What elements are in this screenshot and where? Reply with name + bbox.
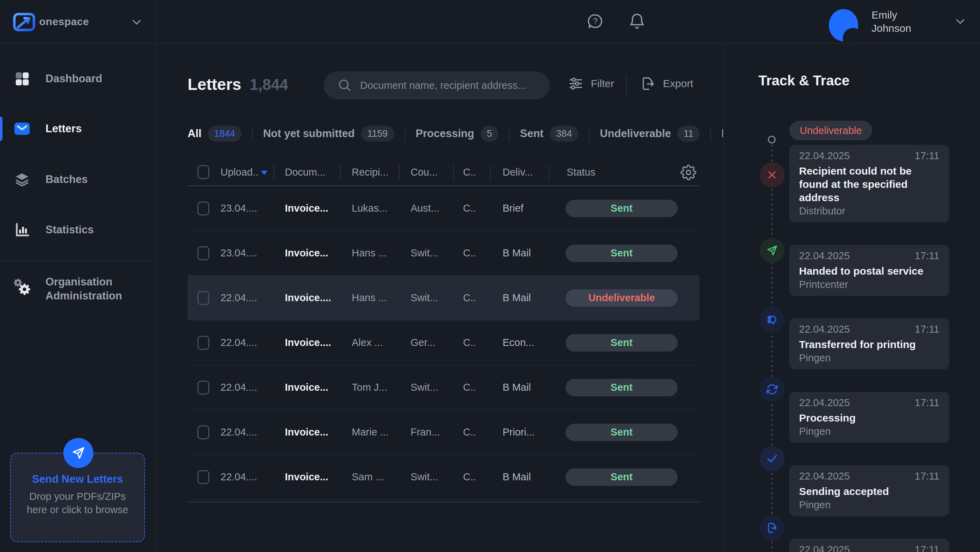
event-source: Pingen [799, 352, 939, 364]
table-row[interactable]: 22.04.... Invoice.... Alex ... Ger... C.… [188, 320, 699, 365]
batches-icon [13, 171, 31, 188]
status-badge: Sent [566, 244, 678, 262]
tab-processing[interactable]: Processing 5 [416, 125, 498, 142]
timeline-card: 22.04.2025 17:11 Recipient could not be … [789, 145, 949, 222]
toolbar-divider [626, 75, 627, 96]
sidebar-item-label: Letters [46, 122, 81, 136]
table-row[interactable]: 23.04.... Invoice... Lukas... Aust... C.… [188, 186, 699, 231]
cell-c: C.. [453, 471, 490, 483]
status-badge: Sent [566, 379, 678, 397]
cell-country: Swit... [399, 382, 453, 393]
column-header-country[interactable]: Cou... [399, 167, 453, 178]
timeline-card: 22.04.2025 17:11 Sending accepted Pingen [789, 465, 949, 516]
avatar[interactable] [829, 9, 858, 41]
search-bar[interactable] [324, 71, 550, 99]
cell-c: C.. [453, 427, 490, 438]
event-title: Recipient could not be found at the spec… [799, 164, 939, 204]
event-date: 22.04.2025 [799, 397, 850, 409]
table-row[interactable]: 23.04.... Invoice... Hans ... Swit... C.… [188, 231, 699, 276]
column-header-delivery[interactable]: Deliv... [490, 167, 549, 178]
row-checkbox[interactable] [197, 336, 209, 350]
filter-button[interactable]: Filter [568, 76, 614, 92]
export-button[interactable]: Export [640, 76, 694, 92]
column-header-document[interactable]: Docum... [274, 167, 340, 178]
org-switcher[interactable]: onespace [0, 0, 156, 43]
row-checkbox[interactable] [197, 246, 209, 260]
column-header-upload[interactable]: Upload.. [219, 167, 274, 178]
cell-delivery: B Mail [490, 471, 549, 483]
cell-country: Fran... [399, 427, 453, 438]
status-tabs: All 1844 Not yet submitted 1159 Processi… [188, 123, 723, 144]
sidebar-item-batches[interactable]: Batches [0, 162, 156, 197]
cell-c: C.. [453, 247, 490, 259]
notifications-button[interactable] [628, 13, 646, 30]
tab-label: Sent [520, 127, 544, 140]
table-row[interactable]: 22.04.... Invoice... Sam ... Swit... C..… [188, 455, 699, 500]
cell-delivery: B Mail [490, 292, 549, 304]
column-divider [399, 165, 400, 180]
cell-recipient: Tom J... [340, 382, 399, 393]
tab-all[interactable]: All 1844 [188, 125, 242, 142]
cell-document: Invoice.... [274, 292, 340, 304]
event-date: 22.04.2025 [799, 470, 850, 482]
cell-document: Invoice.... [274, 337, 340, 348]
cell-c: C.. [453, 337, 490, 348]
chevron-down-icon[interactable] [132, 16, 141, 24]
status-badge: Undeliverable [566, 289, 678, 307]
table-end-line [188, 500, 699, 502]
row-checkbox[interactable] [197, 470, 209, 484]
svg-text:?: ? [593, 16, 597, 26]
row-checkbox[interactable] [197, 425, 209, 439]
user-name: Emily Johnson [872, 8, 921, 35]
row-checkbox[interactable] [197, 201, 209, 216]
cell-recipient: Sam ... [340, 471, 399, 483]
upload-dropzone[interactable]: Send New Letters Drop your PDFs/ZIPs her… [10, 453, 145, 542]
event-date: 22.04.2025 [799, 544, 850, 552]
cell-document: Invoice... [274, 427, 340, 438]
table-settings-gear-icon[interactable] [680, 164, 697, 183]
cell-recipient: Alex ... [340, 337, 399, 348]
row-checkbox[interactable] [197, 291, 209, 305]
tab-count-badge: 384 [550, 125, 578, 142]
tab-sent[interactable]: Sent 384 [520, 125, 578, 142]
sidebar-item-letters[interactable]: Letters [0, 111, 156, 146]
column-divider [274, 165, 274, 180]
sidebar-item-statistics[interactable]: Statistics [0, 213, 156, 247]
column-header-recipient[interactable]: Recipi... [340, 167, 399, 178]
cell-upload-date: 22.04.... [219, 337, 274, 348]
timeline-events: 22.04.2025 17:11 Recipient could not be … [789, 145, 949, 552]
status-badge: Sent [566, 424, 678, 441]
event-time: 17:11 [915, 544, 939, 552]
row-checkbox[interactable] [197, 381, 209, 395]
sidebar-item-dashboard[interactable]: Dashboard [0, 61, 156, 96]
cell-upload-date: 22.04.... [219, 471, 274, 483]
cell-delivery: Brief [490, 203, 549, 214]
sort-descending-icon[interactable] [261, 171, 267, 175]
cell-country: Ger... [399, 337, 453, 348]
event-time: 17:11 [915, 150, 939, 162]
table-row[interactable]: 22.04.... Invoice... Tom J... Swit... C.… [188, 365, 699, 410]
column-divider [490, 165, 491, 180]
help-button[interactable]: ? [587, 13, 604, 30]
cell-recipient: Lukas... [340, 203, 399, 214]
table-row[interactable]: 22.04.... Invoice... Marie ... Fran... C… [188, 410, 699, 455]
status-badge: Sent [566, 200, 678, 217]
refresh-icon [759, 377, 785, 402]
filter-icon [568, 76, 584, 92]
tab-undeliverable[interactable]: Undeliverable 11 [600, 125, 700, 142]
select-all-checkbox[interactable] [197, 165, 209, 179]
column-header-c[interactable]: C.. [453, 167, 490, 178]
timeline-dotted-line [772, 145, 772, 552]
tab-not-yet-submitted[interactable]: Not yet submitted 1159 [263, 125, 394, 142]
table-row-selected[interactable]: 22.04.... Invoice.... Hans ... Swit... C… [188, 276, 699, 320]
search-input[interactable] [360, 80, 542, 91]
user-menu-chevron-icon[interactable] [956, 15, 964, 24]
timeline-card: 22.04.2025 17:11 Handed to postal servic… [789, 245, 949, 296]
sidebar: onespace Dashboard Lett [0, 0, 156, 552]
sidebar-item-organisation-administration[interactable]: Organisation Administration [0, 270, 156, 308]
column-header-status[interactable]: Status [549, 159, 699, 186]
printer-icon [759, 307, 785, 332]
onespace-logo-icon [11, 8, 38, 36]
tab-label: Not yet submitted [263, 127, 355, 140]
tab-divider [405, 126, 405, 141]
